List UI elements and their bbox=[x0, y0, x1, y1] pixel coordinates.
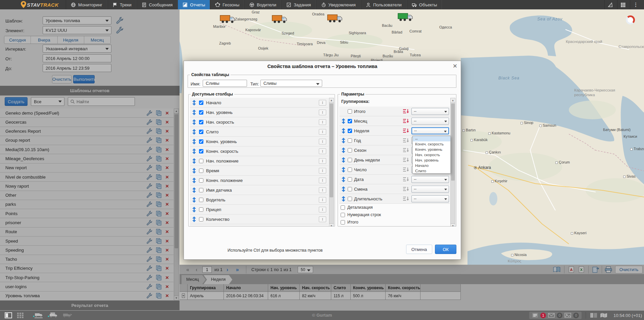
template-copy-icon[interactable] bbox=[156, 256, 162, 262]
scroll-up-arrow-icon[interactable]: ▲ bbox=[174, 109, 179, 114]
grouping-param-row[interactable]: Месяц -- bbox=[339, 116, 450, 126]
template-edit-wrench-icon[interactable] bbox=[146, 165, 152, 171]
next-page-button[interactable]: › bbox=[227, 266, 228, 273]
column-format-button[interactable]: I bbox=[319, 226, 326, 227]
column-checkbox[interactable] bbox=[199, 101, 203, 105]
column-format-button[interactable]: I bbox=[319, 119, 326, 125]
template-copy-icon[interactable] bbox=[156, 155, 162, 162]
sort-order-icon[interactable] bbox=[403, 119, 409, 123]
template-list-item[interactable]: Group report × bbox=[0, 136, 174, 145]
reorder-updown-icon[interactable] bbox=[192, 216, 196, 222]
template-list-item[interactable]: Geofences Report × bbox=[0, 127, 174, 136]
param-checkbox[interactable] bbox=[348, 187, 352, 191]
template-edit-wrench-icon[interactable] bbox=[146, 256, 152, 262]
template-edit-wrench-icon[interactable] bbox=[146, 229, 152, 235]
template-edit-wrench-icon[interactable] bbox=[146, 265, 152, 271]
more-menu-kebab-icon[interactable]: ⋮ bbox=[630, 0, 641, 9]
unit-truck-marker[interactable] bbox=[220, 15, 235, 24]
column-row[interactable]: Нач. положение I bbox=[190, 156, 328, 166]
media-badge[interactable]: 0 bbox=[573, 313, 579, 318]
scroll-up-arrow-icon[interactable]: ▲ bbox=[329, 98, 334, 103]
sort-order-icon[interactable] bbox=[403, 177, 409, 182]
layout-columns-icon[interactable] bbox=[590, 312, 597, 318]
column-checkbox[interactable] bbox=[199, 120, 203, 124]
param-value-select[interactable]: -- bbox=[411, 108, 449, 115]
param-value-select[interactable]: -- bbox=[411, 127, 449, 134]
template-delete-x-icon[interactable]: × bbox=[165, 110, 169, 116]
reorder-updown-icon[interactable] bbox=[192, 168, 196, 174]
template-edit-wrench-icon[interactable] bbox=[146, 183, 152, 189]
map-source-icon[interactable] bbox=[600, 312, 607, 318]
column-checkbox[interactable] bbox=[199, 139, 203, 144]
column-checkbox[interactable] bbox=[199, 110, 203, 115]
media-photo-icon[interactable] bbox=[564, 312, 571, 318]
column-row[interactable]: Имя датчика I bbox=[190, 185, 328, 195]
reorder-updown-icon[interactable] bbox=[341, 128, 346, 134]
report-book-icon[interactable] bbox=[553, 266, 561, 273]
reorder-updown-icon[interactable] bbox=[341, 118, 346, 124]
first-page-button[interactable]: « bbox=[186, 266, 189, 273]
template-edit-wrench-icon[interactable] bbox=[146, 110, 152, 116]
column-format-button[interactable]: I bbox=[319, 110, 326, 115]
reorder-updown-icon[interactable] bbox=[341, 138, 346, 143]
unit-truck-marker[interactable] bbox=[327, 14, 343, 23]
template-list-item[interactable]: Points × bbox=[0, 209, 174, 218]
template-copy-icon[interactable] bbox=[156, 183, 162, 189]
apps-grid-icon[interactable] bbox=[617, 0, 629, 9]
reorder-updown-icon[interactable] bbox=[192, 119, 196, 125]
report-option-checkbox[interactable] bbox=[341, 213, 345, 217]
column-row[interactable]: Конеч. уровень I bbox=[190, 137, 328, 146]
template-delete-x-icon[interactable]: × bbox=[165, 293, 169, 299]
app-logo[interactable]: STAVTRACK bbox=[0, 0, 66, 9]
scroll-down-arrow-icon[interactable]: ▼ bbox=[174, 296, 179, 300]
nav-item-notifications[interactable]: Уведомления bbox=[316, 0, 361, 9]
reorder-updown-icon[interactable] bbox=[192, 110, 196, 115]
param-checkbox[interactable] bbox=[348, 119, 352, 123]
param-checkbox[interactable] bbox=[348, 197, 352, 201]
driver-messages-envelope-icon[interactable] bbox=[548, 312, 555, 318]
template-copy-icon[interactable] bbox=[156, 192, 162, 198]
reorder-updown-icon[interactable] bbox=[192, 226, 196, 227]
template-copy-icon[interactable] bbox=[156, 146, 162, 153]
column-checkbox[interactable] bbox=[199, 149, 203, 153]
template-list-item[interactable]: Tacho × bbox=[0, 255, 174, 264]
template-delete-x-icon[interactable]: × bbox=[165, 211, 169, 216]
template-delete-x-icon[interactable]: × bbox=[165, 128, 169, 134]
export-excel-icon[interactable]: X bbox=[578, 266, 586, 273]
table-name-input[interactable] bbox=[203, 80, 247, 87]
column-row[interactable]: Нач. уровень I bbox=[190, 108, 328, 117]
template-list-item[interactable]: Nowy raport × bbox=[0, 182, 174, 191]
column-checkbox[interactable] bbox=[199, 159, 203, 163]
grouping-param-row[interactable]: Неделя -- bbox=[339, 126, 450, 136]
reorder-updown-icon[interactable] bbox=[341, 196, 346, 202]
columns-scrollbar[interactable]: ▲ ▼ bbox=[329, 98, 334, 227]
report-option-row[interactable]: Детализация bbox=[339, 204, 450, 211]
page-number-input[interactable] bbox=[202, 266, 212, 273]
grouping-param-row[interactable]: Смена -- bbox=[339, 184, 450, 194]
template-list-item[interactable]: Speeding × bbox=[0, 246, 174, 255]
nav-item-jobs[interactable]: Задания bbox=[281, 0, 316, 9]
template-edit-wrench-icon[interactable] bbox=[146, 219, 152, 226]
report-option-checkbox[interactable] bbox=[341, 205, 345, 210]
dropdown-option[interactable]: Конеч. скорость bbox=[413, 141, 450, 147]
column-checkbox[interactable] bbox=[199, 169, 203, 173]
reorder-updown-icon[interactable] bbox=[341, 167, 346, 173]
column-format-button[interactable]: I bbox=[319, 158, 326, 164]
template-delete-x-icon[interactable]: × bbox=[165, 256, 169, 262]
dropdown-option[interactable]: Конеч. уровень bbox=[413, 147, 450, 152]
template-list-item[interactable]: Nivel de combustible × bbox=[0, 173, 174, 182]
template-edit-wrench-icon[interactable] bbox=[146, 128, 152, 134]
nav-item-drivers[interactable]: Водители bbox=[244, 0, 281, 9]
template-copy-icon[interactable] bbox=[156, 174, 162, 180]
template-list-item[interactable]: New report × bbox=[0, 164, 174, 173]
parameters-scrollbar[interactable]: ▲ ▼ bbox=[450, 98, 455, 227]
report-option-row[interactable]: Итого bbox=[339, 218, 450, 226]
template-copy-icon[interactable] bbox=[156, 110, 162, 116]
column-checkbox[interactable] bbox=[199, 178, 203, 183]
column-row[interactable]: Время I bbox=[190, 166, 328, 176]
param-checkbox[interactable] bbox=[348, 148, 352, 152]
template-filter-select[interactable]: Все bbox=[31, 97, 64, 106]
template-list-item[interactable]: Mileage_Geofences × bbox=[0, 154, 174, 163]
template-copy-icon[interactable] bbox=[156, 274, 162, 281]
column-format-button[interactable]: I bbox=[319, 100, 326, 106]
